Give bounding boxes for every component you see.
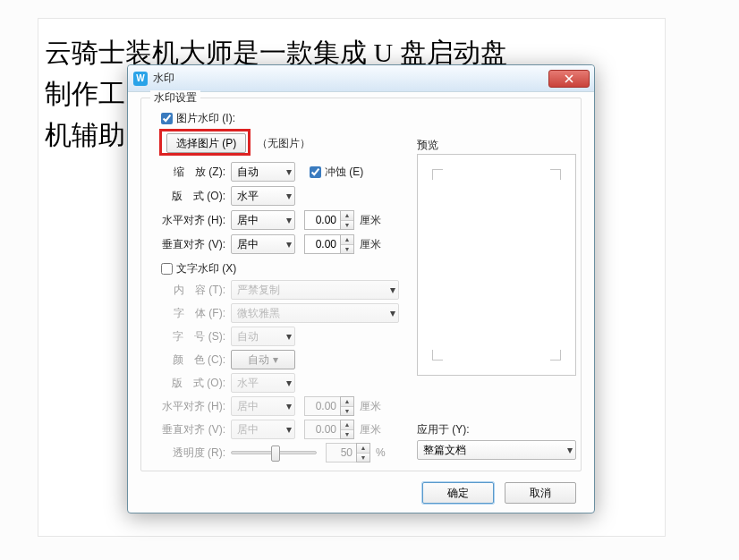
zoom-label: 缩 放 (Z): [157,165,231,180]
crop-corner-bl-icon [432,350,443,361]
halign-label: 水平对齐 (H): [157,213,231,228]
cancel-button[interactable]: 取消 [505,482,576,504]
color-label: 颜 色 (C): [157,352,231,368]
spin-up-icon: ▲ [341,397,353,407]
chevron-down-icon: ▾ [273,353,278,366]
spin-up-icon: ▲ [357,444,370,454]
doc-line-1: 云骑士装机大师是一款集成 U 盘启动盘 [45,38,507,67]
halign2-combo: 居中 [231,396,295,416]
font-combo: 微软雅黑 [231,303,399,323]
halign2-offset-spinner: ▲▼ [304,396,354,416]
erode-label: 冲蚀 (E) [325,165,363,180]
spin-down-icon: ▼ [357,454,370,462]
app-icon: W [133,72,148,86]
opacity-pct: % [376,446,386,459]
spin-up-icon: ▲ [341,420,353,430]
dialog-buttons: 确定 取消 [422,482,576,504]
apply-to-combo[interactable]: 整篇文档 [417,440,576,460]
spin-down-icon[interactable]: ▼ [341,221,353,230]
watermark-dialog: W 水印 水印设置 图片水印 (I): 选择图片 (P) （无图片） 缩 放 (… [127,64,595,513]
halign-unit: 厘米 [360,213,381,228]
halign-offset-spinner[interactable]: ▲▼ [304,210,354,230]
layout-combo[interactable]: 水平 [231,186,295,206]
font-label: 字 体 (F): [157,306,231,321]
dialog-client: 水印设置 图片水印 (I): 选择图片 (P) （无图片） 缩 放 (Z): 自… [135,96,587,473]
opacity-spinner: ▲▼ [326,443,370,462]
size-label: 字 号 (S): [157,329,231,344]
preview-box [417,154,576,376]
valign2-offset-spinner: ▲▼ [304,420,354,439]
valign2-offset-input [304,420,340,439]
close-icon [565,74,573,83]
erode-checkbox[interactable] [310,166,321,178]
dialog-title: 水印 [153,71,548,86]
preview-label: 预览 [417,138,438,153]
text-watermark-label: 文字水印 (X) [176,261,236,276]
layout2-label: 版 式 (O): [157,376,231,391]
spin-down-icon: ▼ [341,430,353,439]
valign-offset-input[interactable] [304,234,340,254]
close-button[interactable] [548,70,590,88]
halign2-label: 水平对齐 (H): [157,399,231,414]
opacity-label: 透明度 (R): [157,445,231,461]
valign2-label: 垂直对齐 (V): [157,422,231,437]
watermark-groupbox: 水印设置 图片水印 (I): 选择图片 (P) （无图片） 缩 放 (Z): 自… [140,98,582,471]
image-watermark-checkbox[interactable] [161,113,173,124]
doc-line-3: 机辅助 [45,120,125,149]
image-watermark-label: 图片水印 (I): [176,111,235,126]
valign2-combo: 居中 [231,420,295,439]
titlebar[interactable]: W 水印 [128,65,594,92]
apply-to-label: 应用于 (Y): [417,422,470,437]
opacity-input [326,443,356,462]
valign-label: 垂直对齐 (V): [157,237,231,252]
spin-up-icon[interactable]: ▲ [341,211,353,221]
layout2-combo: 水平 [231,373,295,393]
spin-down-icon: ▼ [341,407,353,416]
no-image-text: （无图片） [257,136,310,151]
valign-combo[interactable]: 居中 [231,234,295,254]
halign2-offset-input [304,396,340,416]
spin-down-icon[interactable]: ▼ [341,245,353,254]
text-watermark-checkbox[interactable] [161,263,173,275]
select-image-button[interactable]: 选择图片 (P) [166,133,246,153]
size-combo: 自动 [231,327,295,346]
halign-offset-input[interactable] [304,210,340,230]
valign-unit: 厘米 [360,237,381,252]
ok-button[interactable]: 确定 [422,482,494,504]
valign-offset-spinner[interactable]: ▲▼ [304,234,354,254]
color-button: 自动 ▾ [231,350,295,369]
halign2-unit: 厘米 [360,399,381,414]
crop-corner-tr-icon [550,169,561,180]
spin-up-icon[interactable]: ▲ [341,235,353,245]
opacity-slider [231,451,317,454]
slider-thumb [271,445,280,462]
crop-corner-br-icon [550,350,561,361]
crop-corner-tl-icon [432,169,443,180]
content-combo: 严禁复制 [231,280,399,300]
group-legend: 水印设置 [150,90,200,106]
layout-label: 版 式 (O): [157,189,231,204]
zoom-combo[interactable]: 自动 [231,162,295,182]
content-label: 内 容 (T): [157,283,231,298]
halign-combo[interactable]: 居中 [231,210,295,230]
valign2-unit: 厘米 [360,422,381,437]
